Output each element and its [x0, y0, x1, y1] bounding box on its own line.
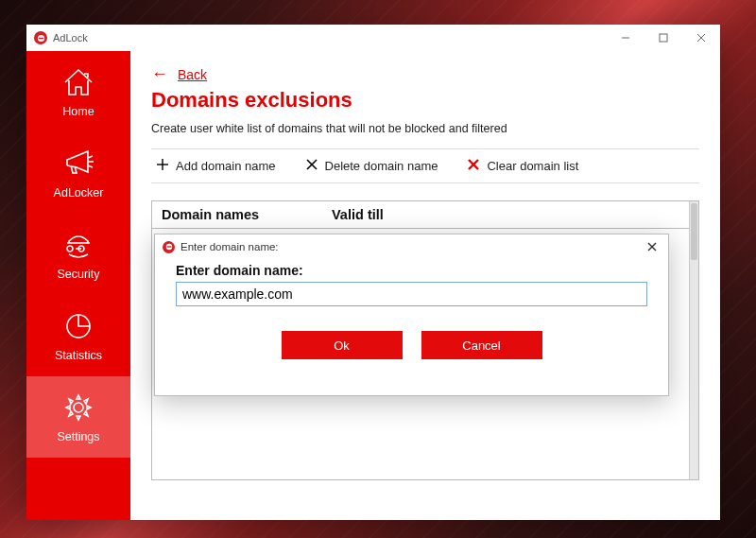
app-title: AdLock: [53, 32, 88, 43]
toolbar-label: Delete domain name: [325, 159, 438, 173]
cancel-button[interactable]: Cancel: [421, 331, 542, 359]
sidebar: Home AdLocker Security Statistics: [26, 51, 130, 520]
domain-input[interactable]: [176, 282, 647, 306]
svg-rect-3: [660, 34, 667, 42]
back-label: Back: [178, 67, 207, 82]
scrollbar-thumb[interactable]: [691, 203, 697, 260]
clear-list-button[interactable]: Clear domain list: [466, 157, 578, 175]
dialog-titlebar: Enter domain name:: [155, 234, 668, 259]
titlebar: AdLock: [26, 25, 720, 51]
minimize-button[interactable]: [607, 25, 644, 51]
svg-rect-15: [166, 246, 171, 247]
ok-button[interactable]: Ok: [282, 331, 403, 359]
dialog-title: Enter domain name:: [180, 241, 279, 252]
sidebar-item-label: AdLocker: [54, 186, 104, 200]
pie-chart-icon: [60, 309, 97, 343]
enter-domain-dialog: Enter domain name: Enter domain name: Ok…: [154, 234, 669, 396]
sidebar-item-settings[interactable]: Settings: [26, 376, 130, 458]
dialog-label: Enter domain name:: [176, 263, 647, 278]
page-title: Domains exclusions: [151, 88, 699, 113]
toolbar-label: Clear domain list: [487, 159, 578, 173]
app-logo-icon: [34, 31, 47, 44]
sidebar-item-label: Statistics: [55, 349, 102, 362]
sidebar-item-adlocker[interactable]: AdLocker: [26, 132, 130, 214]
home-icon: [60, 65, 97, 99]
sidebar-item-label: Settings: [57, 430, 99, 443]
dialog-close-button[interactable]: [636, 234, 668, 259]
svg-rect-1: [38, 37, 43, 38]
sidebar-item-statistics[interactable]: Statistics: [26, 295, 130, 376]
sidebar-item-label: Security: [57, 268, 99, 281]
column-domain-names[interactable]: Domain names: [162, 207, 332, 222]
close-button[interactable]: [682, 25, 720, 51]
delete-domain-button[interactable]: Delete domain name: [304, 157, 438, 175]
spy-icon: [60, 228, 97, 262]
dialog-body: Enter domain name: Ok Cancel: [155, 259, 668, 395]
x-icon: [304, 157, 319, 175]
toolbar: Add domain name Delete domain name Clear…: [151, 148, 699, 183]
sidebar-item-home[interactable]: Home: [26, 51, 130, 132]
column-valid-till[interactable]: Valid till: [332, 207, 679, 222]
x-red-icon: [466, 157, 481, 175]
back-link[interactable]: ← Back: [151, 64, 699, 84]
scrollbar[interactable]: [689, 201, 698, 479]
maximize-button[interactable]: [644, 25, 682, 51]
megaphone-icon: [60, 147, 97, 181]
app-logo-icon: [163, 241, 175, 253]
gear-icon: [60, 390, 97, 425]
dialog-buttons: Ok Cancel: [176, 331, 647, 359]
page-description: Create user white list of domains that w…: [151, 122, 699, 135]
add-domain-button[interactable]: Add domain name: [155, 157, 276, 175]
arrow-left-icon: ←: [151, 64, 168, 84]
sidebar-item-security[interactable]: Security: [26, 214, 130, 295]
toolbar-label: Add domain name: [176, 159, 276, 173]
table-header: Domain names Valid till: [152, 201, 689, 229]
plus-icon: [155, 157, 170, 175]
window-controls: [607, 25, 720, 51]
svg-point-7: [74, 403, 83, 412]
sidebar-item-label: Home: [62, 105, 94, 118]
